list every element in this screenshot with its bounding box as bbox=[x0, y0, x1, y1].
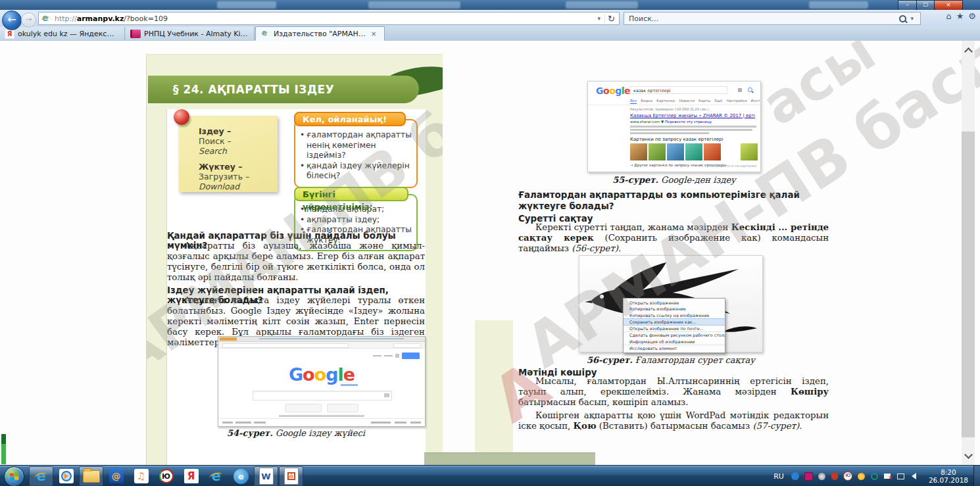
results-nav-row: ВсеВидеоКартинкиНовостиКартыЕщёНастройки… bbox=[630, 99, 761, 104]
tab-yandex-okulyk[interactable]: Я okulyk edu kz — Яндекс: наш... bbox=[0, 27, 125, 40]
refresh-icon[interactable]: ↻ bbox=[604, 14, 618, 24]
search-icon[interactable] bbox=[899, 15, 906, 22]
note-line: Поиск – bbox=[199, 136, 278, 146]
paragraph-1: Ақпаратты біз ауызша, жазбаша және қимыл… bbox=[167, 241, 425, 283]
yu-badge-icon: Ю bbox=[159, 469, 174, 483]
taskbar-clock[interactable]: 8:20 26.07.2018 bbox=[929, 468, 968, 484]
network-app-icon[interactable] bbox=[870, 472, 879, 481]
taskbar-yandex-button[interactable]: Я bbox=[179, 466, 203, 486]
context-menu-item: Копировать изображение bbox=[624, 306, 725, 312]
download-question-heading: Ғаламтордан ақпараттарды өз компьютерімі… bbox=[518, 189, 830, 212]
taskbar-powerpoint-button[interactable] bbox=[279, 466, 303, 486]
search-dropdown-caret[interactable]: ▾ bbox=[906, 15, 918, 22]
yu-tray-icon[interactable]: Ю bbox=[843, 472, 853, 481]
figure-reference: (57-сурет). bbox=[752, 421, 802, 431]
antivirus-flower-icon[interactable] bbox=[856, 472, 866, 481]
forward-button[interactable]: → bbox=[21, 12, 36, 28]
save-picture-paragraph: Керекті суретті таңдап, жанама мәзірден … bbox=[518, 222, 829, 254]
second-bird-wing-image bbox=[723, 324, 757, 333]
address-dropdown-caret[interactable]: ▾ bbox=[594, 15, 605, 22]
scrollbar-thumb[interactable] bbox=[962, 132, 975, 437]
tab-close-icon[interactable]: × bbox=[371, 30, 376, 37]
think-bullet: •ғаламтордан ақпаратты ненің көмегімен і… bbox=[300, 130, 413, 161]
maximize-button[interactable]: □ bbox=[916, 0, 935, 10]
url-host: armanpv.kz bbox=[77, 14, 124, 23]
figure-55-caption: 55-сурет. Google-ден іздеу bbox=[579, 175, 770, 185]
media-player-icon bbox=[59, 469, 74, 483]
page-number-band bbox=[424, 452, 595, 465]
scroll-down-arrow[interactable] bbox=[964, 450, 973, 459]
vocabulary-sticky-note: Іздеу – Поиск – Search Жүктеу – Загрузит… bbox=[179, 116, 278, 192]
google-search-field-image bbox=[253, 391, 392, 401]
close-button[interactable]: × bbox=[934, 0, 963, 10]
home-icon[interactable]: ⌂ bbox=[946, 11, 951, 21]
translate-link: Перевести эту страницу bbox=[665, 120, 712, 124]
powerpoint-icon bbox=[284, 468, 299, 485]
figure-54-google-homepage: Google bbox=[218, 336, 426, 427]
tab-strip: Я okulyk edu kz — Яндекс: наш... РНПЦ Уч… bbox=[0, 26, 980, 41]
taskbar-yu-app-button[interactable]: Ю bbox=[154, 466, 178, 486]
music-notes-icon: ♫ bbox=[134, 469, 149, 483]
taskbar-ie2-button[interactable]: e bbox=[204, 466, 228, 486]
tab-rnpc-uchebnik[interactable]: РНПЦ Учебник - Almaty Kitap... bbox=[126, 27, 255, 40]
search-box[interactable]: Поиск... ▾ bbox=[624, 12, 921, 25]
learn-bullet: •ақпаратты іздеу; bbox=[300, 215, 413, 226]
thumbnail bbox=[704, 143, 721, 160]
tab-armanpv-active[interactable]: e Издательство "АРМАН-ПВ... × bbox=[255, 26, 385, 41]
ie-favicon: e bbox=[41, 14, 51, 24]
taskbar-explorer-button[interactable] bbox=[79, 466, 103, 486]
action-center-icon[interactable] bbox=[791, 472, 800, 481]
taskbar-mailru-button[interactable]: @ bbox=[104, 466, 128, 486]
address-bar[interactable]: e http://armanpv.kz/?book=109 ▾ ↻ bbox=[38, 12, 620, 25]
taskbar-music-button[interactable]: ♫ bbox=[129, 466, 153, 486]
figure-56-caption: 56-сурет. Ғаламтордан сурет сақтау bbox=[566, 355, 776, 365]
internet-explorer-icon: e bbox=[36, 470, 45, 483]
vertical-scrollbar[interactable] bbox=[962, 41, 975, 465]
taskbar-media-player-button[interactable] bbox=[54, 466, 78, 486]
figure-reference: (56-сурет). bbox=[572, 243, 621, 253]
section-header: § 24. АҚПАРАТТЫ ІЗДЕУ bbox=[148, 76, 419, 103]
titlebar-blur-decoration bbox=[809, 1, 868, 9]
app-tray-icon[interactable] bbox=[804, 472, 814, 481]
lucky-button-image bbox=[327, 404, 358, 412]
locale-text-blur bbox=[341, 384, 358, 386]
report-images-link: Пожаловаться на картинки bbox=[708, 164, 756, 168]
figure-55-google-results: Google казак ертегілері ВсеВидеоКартинки… bbox=[587, 81, 761, 172]
google-logo: Google bbox=[596, 85, 630, 96]
context-menu-image: Открыть изображение Копировать изображен… bbox=[623, 298, 725, 353]
security-shield-icon[interactable] bbox=[830, 472, 840, 481]
back-button[interactable]: ← bbox=[2, 11, 22, 30]
page-content: § 24. АҚПАРАТТЫ ІЗДЕУ Іздеу – Поиск – Se… bbox=[0, 41, 980, 465]
scheduler-tray-icon[interactable] bbox=[817, 472, 827, 481]
scroll-up-arrow[interactable] bbox=[964, 47, 973, 56]
watermark-fragment: асы bbox=[750, 41, 886, 138]
google-buttons-row bbox=[218, 404, 425, 412]
windows-logo-icon bbox=[9, 472, 18, 480]
image-thumbnails-row bbox=[630, 143, 758, 160]
google-logo: Google bbox=[218, 364, 425, 385]
settings-gear-icon[interactable]: ⚙ bbox=[968, 11, 976, 21]
clock-time: 8:20 bbox=[929, 468, 968, 476]
error-flag-icon[interactable]: × bbox=[883, 472, 893, 481]
apps-grid-icon bbox=[395, 354, 399, 358]
note-line: Іздеу – bbox=[199, 126, 278, 136]
thumbnail bbox=[667, 143, 684, 160]
figure-56-save-image: Открыть изображение Копировать изображен… bbox=[579, 255, 763, 352]
note-line: Search bbox=[199, 146, 278, 156]
favorites-star-icon[interactable]: ★ bbox=[956, 11, 964, 21]
taskbar-word-button[interactable]: W bbox=[254, 466, 278, 486]
figure-54-caption: 54-сурет. Google іздеу жүйесі bbox=[167, 428, 425, 438]
show-desktop-button[interactable] bbox=[973, 466, 980, 486]
language-indicator[interactable]: RU bbox=[773, 472, 784, 481]
titlebar-blur-decoration bbox=[566, 1, 638, 9]
network-status-icon[interactable] bbox=[896, 472, 906, 481]
sign-in-button-image bbox=[402, 352, 420, 359]
taskbar-internet-button[interactable]: e bbox=[229, 466, 253, 486]
ie-favicon: e bbox=[261, 30, 270, 38]
taskbar-ie-button[interactable]: e bbox=[29, 466, 53, 486]
minimize-button[interactable]: – bbox=[898, 0, 917, 10]
volume-icon[interactable] bbox=[909, 472, 919, 481]
start-button[interactable] bbox=[4, 466, 24, 486]
tab-label: Издательство "АРМАН-ПВ... bbox=[274, 30, 366, 38]
mini-browser-addressbar bbox=[218, 342, 425, 349]
